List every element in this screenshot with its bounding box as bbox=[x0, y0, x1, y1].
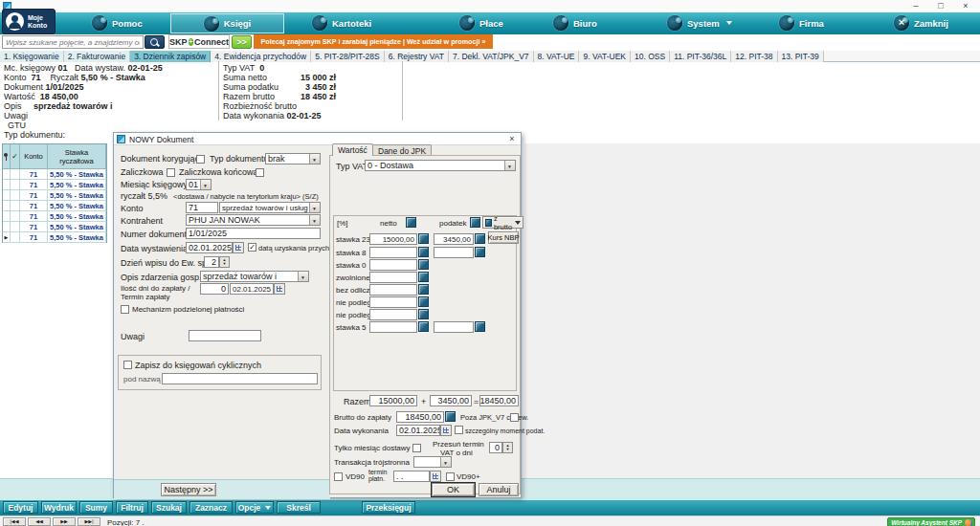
tab-pit36[interactable]: 11. PIT-36/36L bbox=[670, 51, 731, 62]
tab-fakturowanie[interactable]: 2. Fakturowanie bbox=[64, 51, 130, 62]
nie-podlega0-netto-input[interactable] bbox=[369, 309, 417, 320]
kurs-nbp-button[interactable]: Kurs NBP bbox=[488, 231, 519, 244]
typ-dokumentu-select[interactable]: brak bbox=[265, 153, 321, 164]
tab-vat-ue[interactable]: 8. VAT-UE bbox=[534, 51, 580, 62]
opcje-button[interactable]: Opcje bbox=[235, 501, 274, 514]
typ-vat-select[interactable]: 0 - Dostawa bbox=[365, 160, 516, 171]
menu-ksiegi[interactable]: Księgi bbox=[170, 13, 284, 33]
tab-pit28[interactable]: 5. PIT-28/PIT-28S bbox=[311, 51, 385, 62]
opis-zdarzenia-select[interactable]: sprzedaż towarów i bbox=[200, 271, 309, 282]
menu-zamknij[interactable]: Zamknij bbox=[894, 15, 948, 31]
stawka-23-netto-input[interactable]: 15000,00 bbox=[369, 233, 417, 245]
skp-connect-button[interactable]: SKP + Connect bbox=[168, 34, 230, 49]
table-row[interactable]: 71 5,50 % - Stawka bbox=[3, 211, 106, 222]
tab-ewidencja-przychodow[interactable]: 4. Ewidencja przychodów bbox=[211, 51, 311, 62]
search-input[interactable] bbox=[2, 35, 144, 49]
connect-go-button[interactable]: >> bbox=[232, 35, 252, 49]
poza-jpk-checkbox[interactable] bbox=[510, 413, 519, 422]
table-row-current[interactable]: ▶ 71 5,50 % - Stawka bbox=[3, 232, 106, 243]
search-button[interactable] bbox=[145, 35, 165, 49]
vd90-termin-input[interactable]: . . bbox=[393, 471, 430, 482]
stawka-5-podatek-input[interactable] bbox=[434, 321, 474, 333]
data-wystawienia-input[interactable]: 02.01.2025 bbox=[186, 242, 233, 253]
konto-column-header[interactable]: Konto bbox=[20, 144, 48, 169]
zaznacz-button[interactable]: Zaznacz bbox=[189, 501, 233, 514]
calculator-icon[interactable] bbox=[445, 411, 456, 422]
szczegolny-checkbox[interactable] bbox=[455, 426, 463, 434]
zwolnione-netto-input[interactable] bbox=[369, 272, 417, 283]
first-record-button[interactable]: |◀◀ bbox=[3, 517, 26, 526]
tab-dekl-vat-jpk[interactable]: 7. Dekl. VAT/JPK_V7 bbox=[449, 51, 534, 62]
window-close-button[interactable]: × bbox=[954, 0, 977, 11]
wirtualny-asystent-badge[interactable]: Wirtualny Asystent SKP bbox=[887, 517, 975, 526]
edytuj-button[interactable]: Edytuj bbox=[3, 501, 38, 514]
calculator-icon[interactable] bbox=[475, 233, 485, 244]
table-row[interactable]: 71 5,50 % - Stawka bbox=[3, 201, 106, 211]
menu-place[interactable]: Płace bbox=[459, 15, 503, 31]
table-row[interactable]: 71 5,50 % - Stawka bbox=[3, 180, 106, 190]
dzien-wpisu-input[interactable]: 2 bbox=[204, 256, 219, 268]
calculator-icon[interactable] bbox=[418, 259, 429, 270]
anuluj-button[interactable]: Anuluj bbox=[479, 483, 519, 496]
calculator-icon[interactable] bbox=[418, 272, 429, 282]
tylko-miesiac-checkbox[interactable] bbox=[412, 444, 421, 452]
menu-biuro[interactable]: Biuro bbox=[553, 15, 597, 31]
data-wykonania-input[interactable]: 02.01.2025 bbox=[396, 425, 440, 436]
tab-dziennik-zapisow[interactable]: 3. Dziennik zapisów bbox=[130, 51, 211, 62]
stawka-5-netto-input[interactable] bbox=[369, 321, 417, 333]
zaliczkowa-checkbox[interactable] bbox=[167, 168, 175, 177]
calculator-icon[interactable] bbox=[475, 321, 485, 332]
calculator-icon[interactable] bbox=[418, 296, 429, 307]
skresl-button[interactable]: Skreśl bbox=[277, 501, 321, 514]
window-maximize-button[interactable]: □ bbox=[929, 0, 952, 11]
szukaj-button[interactable]: Szukaj bbox=[151, 501, 187, 514]
sumy-button[interactable]: Sumy bbox=[79, 501, 113, 514]
previous-record-button[interactable]: ◀◀ bbox=[28, 517, 51, 526]
calculator-icon[interactable] bbox=[418, 321, 429, 332]
table-row[interactable]: 71 5,50 % - Stawka bbox=[3, 169, 106, 180]
uwagi-input[interactable] bbox=[189, 330, 261, 341]
korygujacy-checkbox[interactable] bbox=[196, 155, 205, 164]
calendar-icon[interactable] bbox=[440, 425, 452, 436]
dialog-titlebar[interactable]: NOWY Dokument × bbox=[114, 133, 521, 145]
stawka-column-header[interactable]: Stawka ryczałtowa bbox=[48, 144, 106, 169]
nastepny-button[interactable]: Następny >> bbox=[161, 483, 216, 496]
brutto-do-zaplaty-input[interactable]: 18450,00 bbox=[396, 411, 444, 423]
last-record-button[interactable]: ▶▶| bbox=[78, 517, 100, 526]
calculator-icon[interactable] bbox=[475, 247, 485, 257]
tab-pit39[interactable]: 13. PIT-39 bbox=[778, 51, 824, 62]
spinner-icon[interactable] bbox=[219, 256, 230, 268]
stawka-8-netto-input[interactable] bbox=[369, 247, 417, 258]
calendar-icon[interactable] bbox=[274, 283, 285, 295]
ilosc-dni-input[interactable]: 0 bbox=[200, 283, 229, 295]
przeksieguj-button[interactable]: Przeksięguj bbox=[362, 501, 415, 514]
calculator-icon[interactable] bbox=[418, 247, 429, 257]
dialog-close-icon[interactable]: × bbox=[506, 134, 518, 144]
calendar-icon[interactable] bbox=[430, 471, 441, 482]
calculator-icon[interactable] bbox=[418, 233, 429, 244]
menu-firma[interactable]: Firma bbox=[779, 15, 824, 31]
termin-zaplaty-input[interactable]: 02.01.2025 bbox=[230, 283, 274, 295]
stawka-0-netto-input[interactable] bbox=[369, 259, 417, 271]
bez-odliczen-netto-input[interactable] bbox=[369, 284, 417, 296]
ok-button[interactable]: OK bbox=[432, 483, 475, 496]
numer-dokumentu-input[interactable]: 1/01/2025 bbox=[186, 228, 321, 239]
mechanizm-checkbox[interactable] bbox=[121, 305, 129, 314]
data-uzyskania-checkbox[interactable] bbox=[248, 243, 256, 252]
tab-vat-uek[interactable]: 9. VAT-UEK bbox=[579, 51, 631, 62]
stawka-23-podatek-input[interactable]: 3450,00 bbox=[434, 233, 474, 245]
calculator-icon[interactable] bbox=[470, 217, 480, 228]
nie-podlega1-netto-input[interactable] bbox=[369, 296, 417, 308]
calendar-icon[interactable] bbox=[233, 242, 244, 253]
menu-system[interactable]: System bbox=[667, 15, 732, 31]
tab-pit38[interactable]: 12. PIT-38 bbox=[731, 51, 777, 62]
window-minimize-button[interactable]: – bbox=[904, 0, 927, 11]
konto-opis-select[interactable]: sprzedaż towarów i usług bbox=[219, 202, 321, 213]
moje-konto-button[interactable]: MojeKonto bbox=[2, 9, 56, 34]
calculator-icon[interactable] bbox=[418, 309, 429, 319]
vd90-checkbox[interactable] bbox=[334, 472, 343, 481]
kontrahent-select[interactable]: PHU JAN NOWAK bbox=[186, 214, 321, 226]
table-row[interactable]: 71 5,50 % - Stawka bbox=[3, 222, 106, 232]
z-brutto-button[interactable]: z brutto bbox=[482, 216, 523, 229]
vd90-plus-checkbox[interactable] bbox=[446, 472, 455, 481]
